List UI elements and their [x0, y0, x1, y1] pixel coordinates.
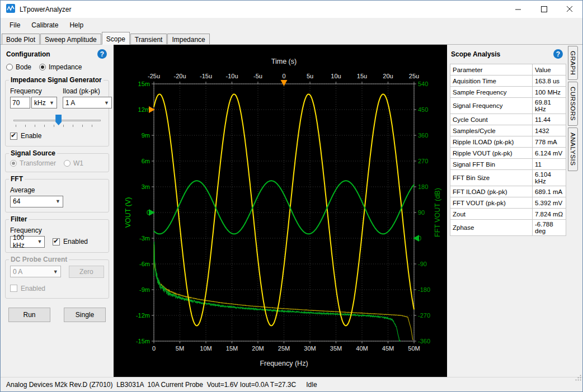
main-tabstrip: Bode PlotSweep AmplitudeScopeTransientIm… [1, 32, 582, 45]
filter-enabled-checkbox[interactable]: Enabled [53, 238, 88, 245]
signal-source-radio-group: Transformer W1 [10, 159, 104, 167]
window-controls [505, 1, 582, 18]
combo-value: kHz [34, 99, 46, 107]
window-title: LTpowerAnalyzer [20, 6, 71, 13]
value-cell: 6.124 mV [533, 148, 566, 159]
param-cell: Sample Frequency [450, 87, 533, 98]
svg-text:-360: -360 [418, 338, 430, 344]
param-cell: Ripple VOUT (pk-pk) [450, 148, 533, 159]
param-cell: Ripple ILOAD (pk-pk) [450, 136, 533, 148]
value-cell: 778 mA [533, 136, 566, 148]
statusbar: Analog Devices M2k Rev.D (Z7010) LB3031A… [1, 377, 582, 391]
tab-transient[interactable]: Transient [130, 34, 167, 44]
svg-text:360: 360 [418, 132, 428, 139]
svg-text:-9m: -9m [139, 286, 150, 293]
source-radio-transformer[interactable]: Transformer [10, 159, 56, 167]
svg-text:15m: 15m [138, 81, 150, 87]
app-icon [6, 4, 15, 15]
tab-scope[interactable]: Scope [102, 32, 130, 45]
filter-title: Filter [9, 215, 29, 223]
filter-frequency-label: Frequency [10, 226, 104, 234]
svg-text:40M: 40M [356, 345, 368, 352]
svg-text:45M: 45M [382, 345, 394, 352]
side-tab-analysis[interactable]: ANALYSIS [568, 127, 578, 171]
slider-thumb[interactable] [55, 115, 62, 125]
table-row: Cycle Count 11.44 [450, 114, 566, 125]
checkbox-icon [53, 238, 60, 245]
tab-bode-plot[interactable]: Bode Plot [2, 34, 40, 44]
scope-analysis-panel: Scope Analysis ? ParameterValue Aquisiti… [447, 45, 568, 377]
side-tab-cursors[interactable]: CURSORS [568, 82, 578, 126]
average-label: Average [10, 186, 104, 194]
svg-text:-10u: -10u [225, 73, 238, 79]
amplitude-slider[interactable] [12, 113, 102, 129]
column-header: Parameter [450, 64, 533, 75]
svg-text:0: 0 [282, 73, 285, 79]
signal-source-group: Signal Source Transformer W1 [5, 153, 109, 172]
side-tab-graph[interactable]: GRAPH [568, 46, 578, 80]
frequency-input[interactable] [10, 97, 30, 108]
menu-calibrate[interactable]: Calibrate [26, 20, 64, 31]
filter-frequency-select[interactable]: 100 kHz ▼ [10, 236, 45, 248]
status-state: Idle [306, 381, 317, 389]
param-cell: Samples/Cycle [450, 125, 533, 136]
help-icon[interactable]: ? [97, 49, 107, 59]
svg-text:0: 0 [152, 345, 156, 352]
help-icon[interactable]: ? [553, 49, 563, 59]
radio-icon [64, 160, 70, 167]
chevron-down-icon: ▼ [52, 269, 59, 275]
analysis-table: ParameterValue Aquisition Time 163.8 us … [450, 64, 566, 236]
main-area: Configuration ? Bode Impedance Impedance… [1, 45, 582, 377]
table-row: Zout 7.824 mΩ [450, 209, 566, 220]
close-button[interactable] [557, 1, 582, 18]
frequency-unit-select[interactable]: kHz ▼ [31, 97, 57, 108]
menu-file[interactable]: File [4, 20, 26, 31]
table-row: FFT Bin Size 6.104 kHz [450, 170, 566, 186]
chevron-down-icon: ▼ [36, 239, 43, 244]
slider-ticks [16, 125, 98, 127]
minimize-button[interactable] [505, 1, 531, 18]
scope-analysis-header: Scope Analysis ? [449, 48, 566, 60]
svg-text:25M: 25M [278, 345, 290, 352]
signal-source-title: Signal Source [9, 149, 57, 157]
menu-help[interactable]: Help [64, 20, 89, 31]
dc-probe-enabled-checkbox: Enabled [10, 285, 45, 292]
svg-text:90: 90 [418, 209, 425, 216]
configuration-header: Configuration ? [1, 48, 114, 62]
svg-text:12m: 12m [138, 106, 150, 113]
table-row: Signal FFT Bin 11 [450, 159, 566, 170]
mode-radio-impedance[interactable]: Impedance [39, 63, 82, 71]
value-cell: -6.788 deg [533, 220, 566, 236]
configuration-panel: Configuration ? Bode Impedance Impedance… [1, 45, 114, 377]
svg-text:6m: 6m [142, 158, 150, 164]
action-buttons: Run Single [8, 308, 106, 322]
frequency-label: Frequency [10, 87, 57, 95]
resize-grip-icon[interactable] [563, 366, 582, 391]
value-cell: 100 MHz [533, 87, 566, 98]
run-button[interactable]: Run [8, 308, 50, 322]
chevron-down-icon: ▼ [54, 199, 62, 204]
param-cell: Cycle Count [450, 114, 533, 125]
tab-sweep-amplitude[interactable]: Sweep Amplitude [40, 34, 101, 44]
tab-impedance[interactable]: Impedance [167, 34, 209, 44]
table-row: Ripple ILOAD (pk-pk) 778 mA [450, 136, 566, 148]
svg-text:50M: 50M [408, 345, 420, 352]
table-row: Ripple VOUT (pk-pk) 6.124 mV [450, 148, 566, 159]
scope-plot[interactable]: -25u0-20u5M-15u10M-10u15M-5u20M025M5u30M… [114, 45, 447, 377]
table-row: Sample Frequency 100 MHz [450, 87, 566, 98]
titlebar: LTpowerAnalyzer [1, 1, 582, 18]
maximize-button[interactable] [531, 1, 557, 18]
iload-select[interactable]: 1 A ▼ [63, 97, 112, 108]
fft-title: FFT [9, 175, 25, 183]
svg-text:-12m: -12m [136, 312, 150, 319]
fft-group: FFT Average 64 ▼ [5, 179, 109, 212]
svg-text:35M: 35M [330, 345, 342, 352]
svg-text:20u: 20u [383, 73, 393, 79]
mode-radio-bode[interactable]: Bode [6, 63, 31, 71]
single-button[interactable]: Single [64, 308, 106, 322]
svg-text:15M: 15M [226, 345, 238, 352]
fft-average-select[interactable]: 64 ▼ [10, 196, 63, 207]
enable-checkbox[interactable]: Enable [10, 132, 41, 140]
source-radio-w1[interactable]: W1 [64, 159, 83, 167]
side-tabstrip: GRAPHCURSORSANALYSIS [568, 45, 582, 377]
